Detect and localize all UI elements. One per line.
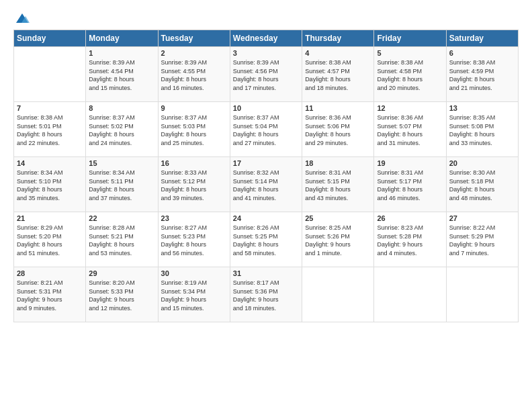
day-number: 2 — [161, 49, 227, 57]
calendar-cell: 20Sunrise: 8:30 AM Sunset: 5:18 PM Dayli… — [446, 157, 518, 212]
day-info: Sunrise: 8:36 AM Sunset: 5:06 PM Dayligh… — [305, 113, 371, 147]
day-number: 9 — [161, 104, 227, 112]
calendar-cell: 1Sunrise: 8:39 AM Sunset: 4:54 PM Daylig… — [86, 47, 158, 102]
day-number: 22 — [89, 214, 154, 222]
weekday-header-thursday: Thursday — [302, 30, 374, 47]
calendar-cell: 24Sunrise: 8:26 AM Sunset: 5:25 PM Dayli… — [230, 212, 302, 267]
day-number: 28 — [17, 269, 83, 277]
calendar-cell — [14, 47, 86, 102]
day-number: 30 — [161, 269, 227, 277]
day-info: Sunrise: 8:39 AM Sunset: 4:55 PM Dayligh… — [161, 58, 227, 92]
calendar-cell: 8Sunrise: 8:37 AM Sunset: 5:02 PM Daylig… — [86, 102, 158, 157]
calendar-table: SundayMondayTuesdayWednesdayThursdayFrid… — [13, 30, 519, 322]
day-number: 1 — [89, 49, 154, 57]
day-info: Sunrise: 8:37 AM Sunset: 5:02 PM Dayligh… — [89, 113, 154, 147]
day-info: Sunrise: 8:36 AM Sunset: 5:07 PM Dayligh… — [377, 113, 443, 147]
day-number: 7 — [17, 104, 83, 112]
calendar-cell: 12Sunrise: 8:36 AM Sunset: 5:07 PM Dayli… — [374, 102, 446, 157]
day-info: Sunrise: 8:38 AM Sunset: 4:59 PM Dayligh… — [449, 58, 515, 92]
day-number: 25 — [305, 214, 371, 222]
day-info: Sunrise: 8:35 AM Sunset: 5:08 PM Dayligh… — [449, 113, 515, 147]
calendar-cell: 15Sunrise: 8:34 AM Sunset: 5:11 PM Dayli… — [86, 157, 158, 212]
day-number: 27 — [449, 214, 515, 222]
day-info: Sunrise: 8:38 AM Sunset: 4:58 PM Dayligh… — [377, 58, 443, 92]
day-info: Sunrise: 8:37 AM Sunset: 5:03 PM Dayligh… — [161, 113, 227, 147]
day-number: 6 — [449, 49, 515, 57]
weekday-header-row: SundayMondayTuesdayWednesdayThursdayFrid… — [14, 30, 519, 47]
weekday-header-sunday: Sunday — [14, 30, 86, 47]
day-number: 13 — [449, 104, 515, 112]
day-info: Sunrise: 8:19 AM Sunset: 5:34 PM Dayligh… — [161, 279, 227, 312]
day-number: 10 — [233, 104, 299, 112]
day-info: Sunrise: 8:29 AM Sunset: 5:20 PM Dayligh… — [17, 224, 83, 257]
day-number: 8 — [89, 104, 154, 112]
week-row-3: 14Sunrise: 8:34 AM Sunset: 5:10 PM Dayli… — [14, 157, 519, 212]
day-info: Sunrise: 8:22 AM Sunset: 5:29 PM Dayligh… — [449, 224, 515, 257]
day-info: Sunrise: 8:28 AM Sunset: 5:21 PM Dayligh… — [89, 224, 154, 257]
calendar-cell: 18Sunrise: 8:31 AM Sunset: 5:15 PM Dayli… — [302, 157, 374, 212]
day-info: Sunrise: 8:34 AM Sunset: 5:11 PM Dayligh… — [89, 169, 154, 202]
day-number: 11 — [305, 104, 371, 112]
day-number: 23 — [161, 214, 227, 222]
calendar-cell: 17Sunrise: 8:32 AM Sunset: 5:14 PM Dayli… — [230, 157, 302, 212]
day-number: 31 — [233, 269, 299, 277]
calendar-cell: 10Sunrise: 8:37 AM Sunset: 5:04 PM Dayli… — [230, 102, 302, 157]
day-number: 3 — [233, 49, 299, 57]
day-info: Sunrise: 8:31 AM Sunset: 5:17 PM Dayligh… — [377, 169, 443, 202]
day-info: Sunrise: 8:39 AM Sunset: 4:56 PM Dayligh… — [233, 58, 299, 92]
weekday-header-monday: Monday — [86, 30, 158, 47]
week-row-1: 1Sunrise: 8:39 AM Sunset: 4:54 PM Daylig… — [14, 47, 519, 102]
weekday-header-tuesday: Tuesday — [158, 30, 230, 47]
day-info: Sunrise: 8:39 AM Sunset: 4:54 PM Dayligh… — [89, 58, 154, 92]
calendar-cell: 23Sunrise: 8:27 AM Sunset: 5:23 PM Dayli… — [158, 212, 230, 267]
day-number: 20 — [449, 159, 515, 167]
calendar-cell — [302, 267, 374, 322]
day-info: Sunrise: 8:31 AM Sunset: 5:15 PM Dayligh… — [305, 169, 371, 202]
day-number: 5 — [377, 49, 443, 57]
calendar-cell: 29Sunrise: 8:20 AM Sunset: 5:33 PM Dayli… — [86, 267, 158, 322]
calendar-cell: 2Sunrise: 8:39 AM Sunset: 4:55 PM Daylig… — [158, 47, 230, 102]
calendar-cell: 28Sunrise: 8:21 AM Sunset: 5:31 PM Dayli… — [14, 267, 86, 322]
day-number: 21 — [17, 214, 83, 222]
calendar-cell: 16Sunrise: 8:33 AM Sunset: 5:12 PM Dayli… — [158, 157, 230, 212]
day-info: Sunrise: 8:38 AM Sunset: 5:01 PM Dayligh… — [17, 113, 83, 147]
weekday-header-friday: Friday — [374, 30, 446, 47]
day-number: 24 — [233, 214, 299, 222]
calendar-cell — [446, 267, 518, 322]
day-number: 12 — [377, 104, 443, 112]
logo — [13, 11, 30, 23]
day-number: 15 — [89, 159, 154, 167]
calendar-cell: 27Sunrise: 8:22 AM Sunset: 5:29 PM Dayli… — [446, 212, 518, 267]
calendar-cell: 5Sunrise: 8:38 AM Sunset: 4:58 PM Daylig… — [374, 47, 446, 102]
calendar-cell: 19Sunrise: 8:31 AM Sunset: 5:17 PM Dayli… — [374, 157, 446, 212]
day-number: 29 — [89, 269, 154, 277]
week-row-2: 7Sunrise: 8:38 AM Sunset: 5:01 PM Daylig… — [14, 102, 519, 157]
calendar-cell — [374, 267, 446, 322]
header — [13, 11, 519, 23]
calendar-cell: 6Sunrise: 8:38 AM Sunset: 4:59 PM Daylig… — [446, 47, 518, 102]
day-number: 18 — [305, 159, 371, 167]
calendar-cell: 26Sunrise: 8:23 AM Sunset: 5:28 PM Dayli… — [374, 212, 446, 267]
day-info: Sunrise: 8:37 AM Sunset: 5:04 PM Dayligh… — [233, 113, 299, 147]
day-info: Sunrise: 8:23 AM Sunset: 5:28 PM Dayligh… — [377, 224, 443, 257]
day-info: Sunrise: 8:21 AM Sunset: 5:31 PM Dayligh… — [17, 279, 83, 312]
day-number: 16 — [161, 159, 227, 167]
calendar-cell: 3Sunrise: 8:39 AM Sunset: 4:56 PM Daylig… — [230, 47, 302, 102]
day-number: 4 — [305, 49, 371, 57]
day-number: 19 — [377, 159, 443, 167]
day-number: 26 — [377, 214, 443, 222]
day-number: 17 — [233, 159, 299, 167]
calendar-cell: 4Sunrise: 8:38 AM Sunset: 4:57 PM Daylig… — [302, 47, 374, 102]
day-info: Sunrise: 8:38 AM Sunset: 4:57 PM Dayligh… — [305, 58, 371, 92]
day-info: Sunrise: 8:27 AM Sunset: 5:23 PM Dayligh… — [161, 224, 227, 257]
calendar-cell: 7Sunrise: 8:38 AM Sunset: 5:01 PM Daylig… — [14, 102, 86, 157]
logo-icon — [15, 11, 30, 26]
week-row-4: 21Sunrise: 8:29 AM Sunset: 5:20 PM Dayli… — [14, 212, 519, 267]
calendar-cell: 25Sunrise: 8:25 AM Sunset: 5:26 PM Dayli… — [302, 212, 374, 267]
day-info: Sunrise: 8:30 AM Sunset: 5:18 PM Dayligh… — [449, 169, 515, 202]
day-info: Sunrise: 8:34 AM Sunset: 5:10 PM Dayligh… — [17, 169, 83, 202]
calendar-cell: 31Sunrise: 8:17 AM Sunset: 5:36 PM Dayli… — [230, 267, 302, 322]
day-number: 14 — [17, 159, 83, 167]
weekday-header-saturday: Saturday — [446, 30, 518, 47]
day-info: Sunrise: 8:20 AM Sunset: 5:33 PM Dayligh… — [89, 279, 154, 312]
